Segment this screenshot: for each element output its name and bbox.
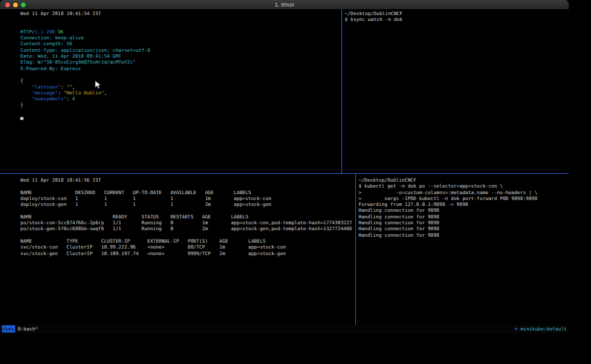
terminal-line: Forwarding from 127.0.0.1:9898 -> 9898 <box>359 201 569 207</box>
terminal-line: ETag: W/"38-05coCsrg3mQ75sHr1d/qcMTwYZc" <box>20 59 341 65</box>
terminal-line: Handling connection for 9898 <box>359 207 569 213</box>
terminal-pane-kubectl-get[interactable]: Wed 11 Apr 2018 10:41:56 IST NAME DESIRE… <box>0 174 355 325</box>
tmux-status-bar: demo 0:bash* ☸ minikube:default <box>0 325 569 334</box>
terminal-line: } <box>20 102 341 108</box>
tmux-session-info: demo 0:bash* <box>2 325 38 334</box>
terminal-line: NAME DESIRED CURRENT UP-TO-DATE AVAILABL… <box>20 190 355 195</box>
terminal-line: ☸ minikube:default <box>515 325 567 334</box>
terminal-line: { <box>20 77 341 83</box>
terminal-line: ~/Desktop/DublinCNCF <box>359 177 569 183</box>
traffic-lights <box>5 0 26 9</box>
terminal-line <box>20 23 341 29</box>
terminal-line: NAME READY STATUS RESTARTS AGE LABELS <box>20 214 355 220</box>
terminal-line: $ kubectl get -n dok po --selector=app=s… <box>359 183 569 189</box>
terminal-line: Handling connection for 9898 <box>359 232 569 238</box>
terminal-line: "lastseen": "", <box>20 84 341 90</box>
terminal-line: Connection: keep-alive <box>20 35 341 41</box>
terminal-line: > xargs -IPOD kubectl -n dok port-forwar… <box>359 195 569 201</box>
window-titlebar[interactable]: 1. tmux <box>0 0 569 9</box>
terminal-line: demo 0:bash* <box>2 325 38 334</box>
terminal-line: Handling connection for 9898 <box>359 220 569 226</box>
terminal-line: "message": "Hello Dublin", <box>20 90 341 96</box>
terminal-pane-port-forward[interactable]: ~/Desktop/DublinCNCF$ kubectl get -n dok… <box>357 174 569 325</box>
terminal-pane-ksync[interactable]: ~/Desktop/DublinCNCF$ ksync watch -n dok <box>343 9 567 173</box>
terminal-line <box>20 108 341 114</box>
terminal-line <box>20 71 341 77</box>
terminal-line: Date: Wed, 11 Apr 2018 09:41:54 GMT <box>20 53 341 59</box>
kube-context-indicator: ☸ minikube:default <box>515 325 567 334</box>
terminal-line: svc/stock-con ClusterIP 10.99.222.96 <no… <box>20 244 355 250</box>
terminal-line: > -o=custom-columns=:metadata.name --no-… <box>359 190 569 195</box>
terminal-line <box>20 207 355 213</box>
terminal-line: ~/Desktop/DublinCNCF <box>345 10 567 16</box>
terminal-line: Handling connection for 9898 <box>359 226 569 232</box>
terminal-line: X-Powered-By: Express <box>20 66 341 71</box>
terminal-line: deploy/stock-con 1 1 1 1 1m app=stock-co… <box>20 195 355 201</box>
terminal-line: po/stock-gen-576cc688bb-swqf6 1/1 Runnin… <box>20 226 355 232</box>
terminal-line: "numsymbols": 4 <box>20 96 341 102</box>
terminal-line: svc/stock-gen ClusterIP 10.109.197.74 <n… <box>20 251 355 256</box>
window-title: 1. tmux <box>0 1 569 8</box>
terminal-line: HTTP/1.1 200 OK <box>20 29 341 35</box>
terminal-line: po/stock-con-5cc874766c-2p6rp 1/1 Runnin… <box>20 220 355 226</box>
close-button[interactable] <box>5 3 10 7</box>
terminal-line: Wed 11 Apr 2018 10:41:54 IST <box>20 10 341 16</box>
pane-border-vertical-top[interactable] <box>341 9 342 173</box>
terminal-line: Content-Type: application/json; charset=… <box>20 47 341 53</box>
terminal-line: Content-Length: 56 <box>20 41 341 47</box>
terminal-line <box>20 16 341 22</box>
pane-border-vertical-bottom[interactable] <box>355 174 356 325</box>
terminal-line: Handling connection for 9898 <box>359 214 569 220</box>
zoom-button[interactable] <box>21 3 26 7</box>
terminal-line <box>20 232 355 238</box>
terminal-line: $ ksync watch -n dok <box>345 16 567 22</box>
terminal-line <box>20 183 355 189</box>
terminal-line: deploy/stock-gen 1 1 1 1 2m app=stock-ge… <box>20 201 355 207</box>
minimize-button[interactable] <box>13 3 18 7</box>
terminal-line: ▄ <box>20 114 341 120</box>
terminal-line: NAME TYPE CLUSTER-IP EXTERNAL-IP PORT(S)… <box>20 238 355 244</box>
terminal-line: Wed 11 Apr 2018 10:41:56 IST <box>20 177 355 183</box>
screen: { "window": { "title": "1. tmux" }, "col… <box>0 0 591 364</box>
terminal-pane-http-response[interactable]: Wed 11 Apr 2018 10:41:54 IST HTTP/1.1 20… <box>0 9 341 173</box>
terminal-window: 1. tmux Wed 11 Apr 2018 10:41:54 IST HTT… <box>0 0 569 334</box>
mouse-cursor-icon <box>95 80 101 90</box>
